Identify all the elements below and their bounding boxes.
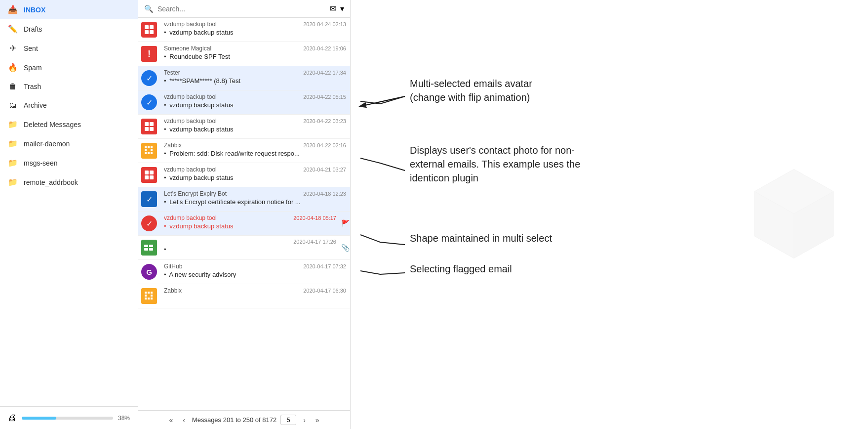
sidebar-item-label: mailer-daemon — [24, 140, 70, 148]
email-subject: • Roundcube SPF Test — [164, 53, 346, 60]
svg-rect-1 — [150, 25, 154, 29]
first-page-button[interactable]: « — [166, 415, 176, 425]
list-item[interactable]: ✓ vzdump backup tool 2020-04-22 05:15 • … — [138, 90, 350, 115]
sidebar-item-msgs-seen[interactable]: 📁 msgs-seen — [0, 153, 138, 172]
search-bar: 🔍 ✉ ▾ — [138, 0, 350, 18]
email-subject: • Problem: sdd: Disk read/write request … — [164, 150, 346, 157]
sidebar-item-label: Sent — [24, 44, 38, 52]
list-item[interactable]: ! Someone Magical 2020-04-22 19:06 • Rou… — [138, 42, 350, 66]
trash-icon: 🗑 — [8, 82, 18, 91]
annotation-panel: Multi-selected emails avatar(change with… — [351, 0, 868, 429]
email-list: vzdump backup tool 2020-04-24 02:13 • vz… — [138, 18, 350, 410]
svg-line-36 — [360, 96, 405, 106]
avatar: G — [138, 260, 160, 284]
list-item[interactable]: vzdump backup tool 2020-04-22 03:23 • vz… — [138, 115, 350, 139]
storage-bar-fill — [22, 417, 56, 420]
svg-rect-9 — [148, 146, 150, 148]
list-item[interactable]: 2020-04-17 17:26 • 📎 — [138, 236, 350, 260]
svg-rect-2 — [145, 30, 149, 34]
svg-rect-0 — [145, 25, 149, 29]
list-item[interactable]: G GitHub 2020-04-17 07:32 • A new securi… — [138, 260, 350, 284]
avatar — [138, 139, 160, 163]
sidebar-item-label: Drafts — [24, 25, 42, 33]
email-subject: • *****SPAM***** (8.8) Test — [164, 77, 346, 85]
email-subject: • vzdump backup status — [164, 222, 336, 230]
avatar: ! — [138, 42, 160, 66]
svg-rect-6 — [145, 127, 149, 131]
svg-rect-31 — [151, 298, 153, 300]
email-subject: • A new security advisory — [164, 271, 346, 278]
avatar — [138, 18, 160, 42]
svg-rect-24 — [145, 292, 147, 294]
sidebar-item-archive[interactable]: 🗂 Archive — [0, 96, 138, 115]
svg-rect-8 — [145, 146, 147, 148]
svg-rect-29 — [145, 298, 147, 300]
email-sender: Zabbix — [164, 287, 182, 294]
spam-icon: 🔥 — [8, 63, 18, 72]
sidebar-item-label: msgs-seen — [24, 159, 57, 167]
ghost-illustration — [750, 165, 838, 265]
svg-rect-28 — [151, 295, 153, 297]
svg-rect-25 — [148, 292, 150, 294]
list-item[interactable]: Zabbix 2020-04-17 06:30 — [138, 284, 350, 308]
email-sender: vzdump backup tool — [164, 21, 217, 28]
avatar — [138, 284, 160, 308]
sidebar-item-label: Deleted Messages — [24, 121, 81, 129]
storage-percent: 38% — [118, 415, 130, 422]
svg-rect-3 — [150, 30, 154, 34]
list-item[interactable]: Zabbix 2020-04-22 02:16 • Problem: sdd: … — [138, 139, 350, 163]
sidebar-item-inbox[interactable]: 📥 INBOX — [0, 0, 138, 19]
sidebar-item-spam[interactable]: 🔥 Spam — [0, 58, 138, 77]
mailer-icon: 📁 — [8, 139, 18, 148]
svg-rect-19 — [150, 175, 154, 179]
email-date: 2020-04-22 17:34 — [303, 70, 346, 76]
next-page-button[interactable]: › — [300, 415, 309, 425]
search-input[interactable] — [158, 5, 326, 13]
email-sender: Zabbix — [164, 142, 182, 149]
email-subject: • vzdump backup status — [164, 174, 346, 181]
sidebar-item-label: remote_addrbook — [24, 178, 78, 186]
sidebar-item-remote[interactable]: 📁 remote_addrbook — [0, 172, 138, 192]
email-subject: • vzdump backup status — [164, 101, 346, 109]
email-list-panel: 🔍 ✉ ▾ vzdump backup tool 2020-04-24 02:1… — [138, 0, 351, 429]
dropdown-icon[interactable]: ▾ — [340, 4, 344, 13]
email-sender: vzdump backup tool — [164, 93, 217, 100]
email-sender: vzdump backup tool — [164, 118, 217, 125]
svg-rect-7 — [150, 127, 154, 131]
list-item[interactable]: ✓ vzdump backup tool 2020-04-18 05:17 • … — [138, 212, 350, 236]
page-input[interactable] — [280, 415, 296, 425]
email-sender: Tester — [164, 69, 180, 76]
email-date: 2020-04-18 05:17 — [293, 215, 336, 221]
svg-rect-17 — [150, 171, 154, 174]
email-subject: • vzdump backup status — [164, 126, 346, 133]
svg-rect-10 — [151, 146, 153, 148]
email-subject: • — [164, 246, 336, 253]
remote-icon: 📁 — [8, 177, 18, 187]
annotation-4: Selecting flagged email — [410, 262, 512, 276]
email-date: 2020-04-24 02:13 — [303, 21, 346, 27]
list-item[interactable]: ✓ Tester 2020-04-22 17:34 • *****SPAM***… — [138, 66, 350, 90]
svg-rect-13 — [145, 152, 147, 154]
annotation-2: Displays user's contact photo for non-ex… — [410, 143, 580, 185]
list-item[interactable]: ✓ Let's Encrypt Expiry Bot 2020-04-18 12… — [138, 187, 350, 212]
svg-rect-11 — [145, 149, 147, 151]
email-date: 2020-04-22 19:06 — [303, 45, 346, 51]
compose-icon[interactable]: ✉ — [330, 4, 336, 13]
pagination-info: Messages 201 to 250 of 8172 — [192, 416, 276, 424]
sidebar-item-drafts[interactable]: ✏️ Drafts — [0, 19, 138, 39]
svg-rect-30 — [148, 298, 150, 300]
sidebar-item-mailer[interactable]: 📁 mailer-daemon — [0, 134, 138, 153]
last-page-button[interactable]: » — [313, 415, 322, 425]
prev-page-button[interactable]: ‹ — [180, 415, 188, 425]
sidebar-item-sent[interactable]: ✈ Sent — [0, 39, 138, 58]
svg-rect-15 — [151, 152, 153, 154]
list-item[interactable]: vzdump backup tool 2020-04-21 03:27 • vz… — [138, 163, 350, 187]
attach-icon: 📎 — [340, 236, 350, 259]
email-date: 2020-04-21 03:27 — [303, 167, 346, 172]
sidebar-item-deleted[interactable]: 📁 Deleted Messages — [0, 115, 138, 134]
sidebar-item-trash[interactable]: 🗑 Trash — [0, 77, 138, 96]
email-date: 2020-04-17 07:32 — [303, 263, 346, 269]
annotation-container: Multi-selected emails avatar(change with… — [351, 0, 868, 429]
list-item[interactable]: vzdump backup tool 2020-04-24 02:13 • vz… — [138, 18, 350, 42]
email-sender: Someone Magical — [164, 45, 211, 52]
